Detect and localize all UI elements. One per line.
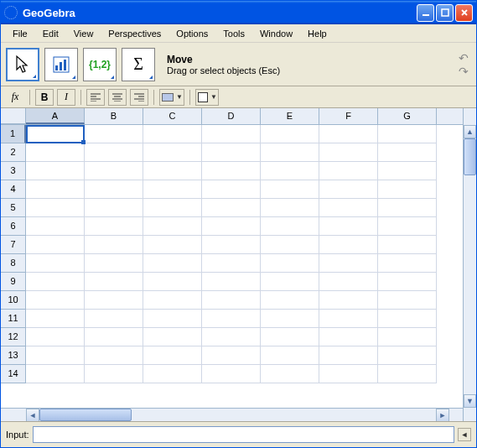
cell-F14[interactable] [319,365,378,383]
undo-button[interactable]: ↶ [456,52,471,64]
cell-A7[interactable] [26,236,85,254]
cell-D6[interactable] [202,217,261,236]
cell-C5[interactable] [143,199,202,217]
cell-D1[interactable] [202,125,261,143]
horizontal-scroll-thumb[interactable] [39,409,132,421]
cell-B2[interactable] [85,143,143,162]
cell-E6[interactable] [261,217,319,236]
maximize-button[interactable] [436,4,454,22]
row-header-12[interactable]: 12 [1,328,26,346]
cell-D5[interactable] [202,199,261,217]
cell-B9[interactable] [85,273,143,291]
scroll-left-button[interactable]: ◄ [26,409,39,421]
cell-D2[interactable] [202,143,261,162]
row-header-6[interactable]: 6 [1,217,26,236]
align-left-button[interactable] [86,89,105,106]
cell-B6[interactable] [85,217,143,236]
cell-A9[interactable] [26,273,85,291]
column-header-e[interactable]: E [261,108,319,124]
cell-B4[interactable] [85,180,143,199]
cell-G10[interactable] [378,291,437,310]
cell-F11[interactable] [319,310,378,328]
align-center-button[interactable] [108,89,127,106]
cell-D7[interactable] [202,236,261,254]
cell-F3[interactable] [319,162,378,180]
cell-A11[interactable] [26,310,85,328]
column-header-a[interactable]: A [26,108,85,124]
cell-E9[interactable] [261,273,319,291]
column-header-g[interactable]: G [378,108,437,124]
cell-B13[interactable] [85,346,143,365]
cell-B12[interactable] [85,328,143,346]
menu-options[interactable]: Options [169,27,215,40]
cell-B1[interactable] [85,125,143,143]
cell-F4[interactable] [319,180,378,199]
cell-D13[interactable] [202,346,261,365]
row-header-7[interactable]: 7 [1,236,26,254]
row-header-4[interactable]: 4 [1,180,26,199]
cell-E11[interactable] [261,310,319,328]
cell-G4[interactable] [378,180,437,199]
cell-F7[interactable] [319,236,378,254]
vertical-scroll-thumb[interactable] [464,138,476,175]
cell-G3[interactable] [378,162,437,180]
cell-E12[interactable] [261,328,319,346]
cell-E3[interactable] [261,162,319,180]
cell-C7[interactable] [143,236,202,254]
cell-F5[interactable] [319,199,378,217]
cell-A14[interactable] [26,365,85,383]
tool-move[interactable] [6,48,39,81]
cell-C14[interactable] [143,365,202,383]
cell-F13[interactable] [319,346,378,365]
scroll-right-button[interactable]: ► [436,409,449,421]
row-header-5[interactable]: 5 [1,199,26,217]
tool-sum[interactable]: Σ [122,48,155,81]
row-header-1[interactable]: 1 [1,125,26,143]
cell-E5[interactable] [261,199,319,217]
cell-D14[interactable] [202,365,261,383]
cell-G1[interactable] [378,125,437,143]
cell-G9[interactable] [378,273,437,291]
cell-F1[interactable] [319,125,378,143]
cell-G12[interactable] [378,328,437,346]
cell-E10[interactable] [261,291,319,310]
cell-G5[interactable] [378,199,437,217]
cell-F12[interactable] [319,328,378,346]
cell-B5[interactable] [85,199,143,217]
input-field[interactable] [33,426,454,443]
border-button[interactable]: ▼ [195,89,219,106]
cell-E1[interactable] [261,125,319,143]
cell-G13[interactable] [378,346,437,365]
row-header-11[interactable]: 11 [1,310,26,328]
tool-list[interactable]: {1,2} [83,48,117,81]
cell-E14[interactable] [261,365,319,383]
menu-edit[interactable]: Edit [36,27,65,40]
cell-B11[interactable] [85,310,143,328]
cell-C1[interactable] [143,125,202,143]
row-header-3[interactable]: 3 [1,162,26,180]
cell-F8[interactable] [319,254,378,273]
menu-window[interactable]: Window [253,27,299,40]
cell-F6[interactable] [319,217,378,236]
cell-C4[interactable] [143,180,202,199]
cell-B14[interactable] [85,365,143,383]
input-history-button[interactable]: ◄ [458,428,471,441]
cell-A8[interactable] [26,254,85,273]
column-header-c[interactable]: C [143,108,202,124]
cell-D10[interactable] [202,291,261,310]
redo-button[interactable]: ↷ [456,65,471,77]
cell-G6[interactable] [378,217,437,236]
cell-E7[interactable] [261,236,319,254]
scroll-up-button[interactable]: ▲ [464,125,476,138]
horizontal-scroll-track[interactable] [39,409,436,421]
cell-E8[interactable] [261,254,319,273]
cell-D11[interactable] [202,310,261,328]
cell-G7[interactable] [378,236,437,254]
cell-E2[interactable] [261,143,319,162]
cell-G11[interactable] [378,310,437,328]
menu-file[interactable]: File [6,27,34,40]
cell-B8[interactable] [85,254,143,273]
cell-D9[interactable] [202,273,261,291]
cell-A4[interactable] [26,180,85,199]
bold-button[interactable]: B [35,89,54,106]
